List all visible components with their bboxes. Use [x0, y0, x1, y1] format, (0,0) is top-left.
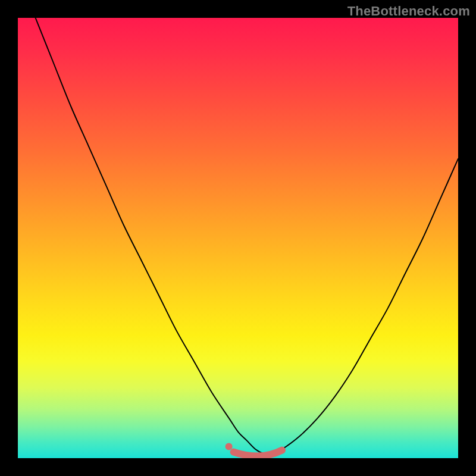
chart-svg: [18, 18, 458, 458]
bottleneck-curve: [36, 18, 458, 455]
chart-stage: TheBottleneck.com: [0, 0, 476, 476]
optimal-range-dot: [226, 443, 233, 450]
watermark-label: TheBottleneck.com: [347, 4, 470, 19]
plot-area: [18, 18, 458, 458]
optimal-range-segment: [234, 450, 282, 456]
